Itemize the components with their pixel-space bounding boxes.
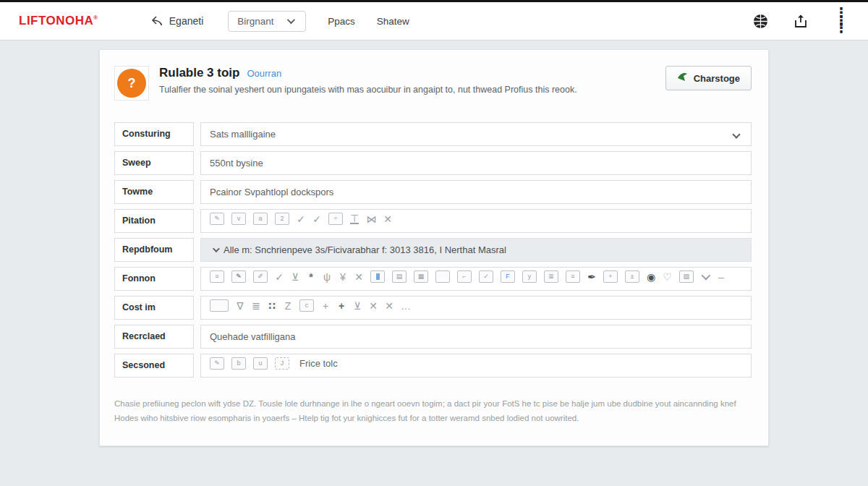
row-value-field[interactable]: ✎buJFrice tolc (200, 354, 752, 378)
topbar-actions: ⋮⋮⋮ (752, 13, 849, 29)
divide-box-icon[interactable]: ÷ (328, 213, 343, 225)
frame-icon[interactable] (210, 299, 229, 312)
icon-toolbar: ≡✎✐✓⊻*ψ¥✕▤▦⌐✓Fy≣≡✒+±◉♡▨– (210, 270, 726, 288)
hatched-card-icon[interactable]: ▨ (679, 270, 694, 283)
back-button[interactable]: Eganeti (150, 15, 203, 27)
chevron-down-icon[interactable] (213, 245, 220, 252)
plus-card-icon[interactable]: + (603, 270, 618, 283)
bowtie-icon[interactable]: ⋈ (366, 213, 376, 226)
text-baseline-icon[interactable]: ⊤ (350, 213, 359, 224)
dot-grid-icon[interactable]: ∷ (268, 299, 276, 312)
card-v-icon[interactable]: v (231, 213, 246, 225)
close-icon[interactable]: ✕ (354, 270, 363, 284)
scissor-x-icon[interactable]: ✕ (385, 299, 393, 312)
send-icon (677, 72, 688, 84)
row-value-field[interactable]: ≡✎✐✓⊻*ψ¥✕▤▦⌐✓Fy≣≡✒+±◉♡▨– (200, 267, 752, 291)
chevron-down-icon[interactable] (732, 130, 740, 138)
y-card-icon[interactable]: y (522, 270, 537, 283)
anchor-icon[interactable]: ψ (323, 270, 331, 284)
back-label: Eganeti (169, 15, 203, 27)
avatar-glyph: ? (117, 69, 146, 98)
topbar: LIFTONOHA® Eganeti Birgnant Ppacs Shatew (0, 2, 868, 40)
page-title: Rulable 3 toip (159, 66, 239, 80)
form-area: ConsturingSats mallligaineSweep550nt bys… (114, 122, 752, 378)
dash-icon[interactable]: – (717, 270, 726, 284)
icon-toolbar: ∇≣∷Zc++⊻✕✕… (210, 299, 411, 317)
row-label: Secsoned (114, 354, 194, 378)
asterisk-icon[interactable]: * (307, 270, 315, 284)
xor-icon[interactable]: ⊻ (353, 299, 362, 312)
pen-dark-icon[interactable]: ✎ (231, 270, 246, 283)
b-card-icon[interactable]: b (231, 357, 246, 370)
dark-circle-icon[interactable]: ◉ (647, 270, 655, 284)
row-label: Repdbfoum (114, 238, 194, 262)
nav-link-shatew[interactable]: Shatew (377, 16, 409, 27)
charstoge-label: Charstoge (694, 73, 740, 84)
footnote-text: Chasie prefiiuneg peclon wift ydse DZ. T… (114, 396, 751, 425)
align-lines-icon[interactable]: ≣ (252, 299, 260, 312)
title-link[interactable]: Oourran (247, 68, 281, 79)
main-card: ? Rulable 3 toip Oourran Tulalfier the s… (99, 49, 769, 446)
form-row: TowmePcainor Svpahtlopl dockspors (114, 180, 752, 204)
chevron-down-icon[interactable] (701, 270, 710, 284)
form-row: RepdbfoumAlle m: Snchrienpeve 3s/Ficivar… (114, 238, 752, 262)
lines-icon[interactable]: ≡ (566, 270, 580, 283)
close-icon[interactable]: ✕ (383, 213, 392, 226)
z-pen-icon[interactable]: Z (284, 299, 292, 312)
icon-toolbar: ✎buJFrice tolc (210, 357, 338, 374)
row-value-field[interactable]: ∇≣∷Zc++⊻✕✕… (200, 296, 752, 320)
row-label: Sweep (114, 151, 194, 175)
pen-light-icon[interactable]: ✐ (253, 270, 268, 283)
row-value-field[interactable]: 550nt bysine (200, 151, 752, 175)
row-label: Fonnon (114, 267, 194, 291)
check-icon[interactable]: ✓ (275, 270, 284, 284)
row-value-field[interactable]: ✎va2✓✓÷⊤⋈✕ (200, 209, 752, 233)
card-lines-icon[interactable]: ≡ (210, 270, 224, 283)
row-value-field[interactable]: Sats mallligaine (200, 122, 752, 146)
row-value-field[interactable]: Quehade vatfilligana (200, 325, 752, 349)
corner-icon[interactable]: ⌐ (457, 270, 472, 283)
flag-f-icon[interactable]: F (501, 270, 515, 283)
row-label: Recrclaed (114, 325, 194, 349)
card-edit-icon[interactable]: ✎ (210, 213, 224, 225)
u-card-icon[interactable]: u (253, 357, 268, 370)
form-row: Cost im∇≣∷Zc++⊻✕✕… (114, 296, 752, 320)
triangle-down-icon[interactable]: ∇ (236, 299, 244, 312)
form-row: RecrclaedQuehade vatfilligana (114, 325, 752, 349)
plus-bold-icon[interactable]: + (337, 299, 346, 312)
share-icon[interactable] (793, 13, 809, 29)
avatar: ? (114, 66, 149, 101)
highlight-text: Alle m: Snchrienpeve 3s/Ficivarabhar f: … (224, 244, 506, 255)
charstoge-button[interactable]: Charstoge (665, 66, 752, 90)
nav-link-ppacs[interactable]: Ppacs (328, 16, 355, 27)
nav-dropdown[interactable]: Birgnant (228, 11, 306, 32)
bracket-j-icon[interactable]: J (275, 357, 289, 370)
heart-outline-icon[interactable]: ♡ (663, 270, 672, 284)
blue-bar-icon[interactable] (370, 270, 385, 283)
scissor-x-icon[interactable]: ✕ (369, 299, 378, 312)
image-grid-icon[interactable]: ▦ (414, 270, 428, 283)
card-edit-icon[interactable]: ✎ (210, 357, 224, 370)
check-icon[interactable]: ✓ (312, 213, 321, 226)
check-card-icon[interactable]: ✓ (479, 270, 493, 283)
card-a-icon[interactable]: a (253, 213, 268, 225)
c-card-icon[interactable]: c (299, 299, 314, 312)
plus-minus-card-icon[interactable]: ± (625, 270, 639, 283)
globe-icon[interactable] (752, 13, 768, 29)
panel-icon[interactable]: ▤ (392, 270, 407, 283)
form-row: Pitation✎va2✓✓÷⊤⋈✕ (114, 209, 752, 233)
strike-y-icon[interactable]: ¥ (339, 270, 347, 284)
row-value-field[interactable]: Alle m: Snchrienpeve 3s/Ficivarabhar f: … (200, 238, 752, 262)
back-icon (150, 15, 163, 27)
row-label: Consturing (114, 122, 194, 146)
brush-icon[interactable]: ✒ (587, 270, 596, 284)
row-value-field[interactable]: Pcainor Svpahtlopl dockspors (200, 180, 752, 204)
lines-dense-icon[interactable]: ≣ (544, 270, 558, 283)
xor-icon[interactable]: ⊻ (291, 270, 299, 284)
more-icon[interactable]: … (401, 299, 411, 312)
plus-icon[interactable]: + (321, 299, 330, 312)
check-icon[interactable]: ✓ (297, 213, 305, 226)
card-2-icon[interactable]: 2 (275, 213, 289, 225)
blank-card-icon[interactable] (435, 270, 450, 283)
kebab-menu-icon[interactable]: ⋮⋮⋮ (833, 13, 849, 29)
